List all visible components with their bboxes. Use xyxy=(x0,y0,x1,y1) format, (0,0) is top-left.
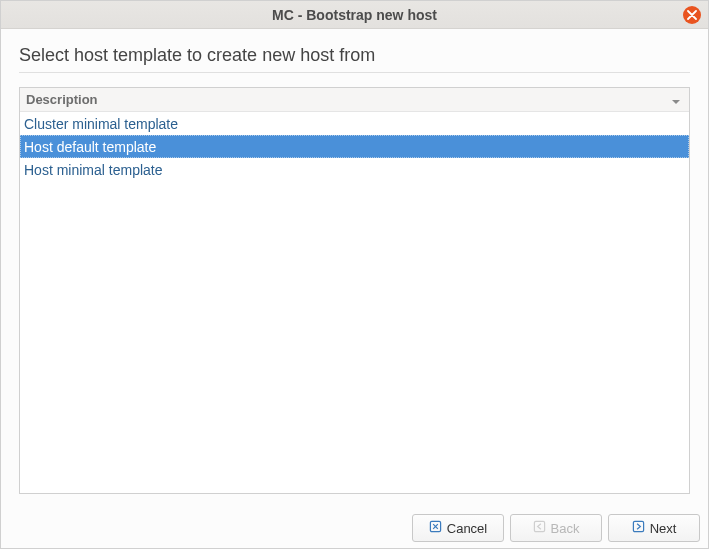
svg-rect-2 xyxy=(633,521,643,531)
next-label: Next xyxy=(650,521,677,536)
titlebar: MC - Bootstrap new host xyxy=(1,1,708,29)
content-area: Select host template to create new host … xyxy=(1,29,708,504)
column-header-description[interactable]: Description xyxy=(20,88,689,112)
table-row[interactable]: Cluster minimal template xyxy=(20,112,689,135)
svg-rect-1 xyxy=(534,521,544,531)
template-table: Description Cluster minimal template Hos… xyxy=(19,87,690,494)
row-label: Cluster minimal template xyxy=(24,116,178,132)
cancel-icon xyxy=(429,520,442,536)
column-header-label: Description xyxy=(26,92,98,107)
page-title: Select host template to create new host … xyxy=(19,45,690,66)
table-row[interactable]: Host minimal template xyxy=(20,158,689,181)
window-title: MC - Bootstrap new host xyxy=(272,7,437,23)
divider xyxy=(19,72,690,73)
next-icon xyxy=(632,520,645,536)
row-label: Host minimal template xyxy=(24,162,163,178)
back-icon xyxy=(533,520,546,536)
row-label: Host default template xyxy=(24,139,156,155)
window: MC - Bootstrap new host Select host temp… xyxy=(0,0,709,549)
button-bar: Cancel Back Next xyxy=(1,504,708,548)
back-label: Back xyxy=(551,521,580,536)
cancel-button[interactable]: Cancel xyxy=(412,514,504,542)
close-icon xyxy=(687,7,697,23)
sort-indicator-icon xyxy=(671,95,681,110)
close-button[interactable] xyxy=(683,6,701,24)
table-row[interactable]: Host default template xyxy=(20,135,689,158)
cancel-label: Cancel xyxy=(447,521,487,536)
back-button: Back xyxy=(510,514,602,542)
next-button[interactable]: Next xyxy=(608,514,700,542)
table-body: Cluster minimal template Host default te… xyxy=(20,112,689,493)
